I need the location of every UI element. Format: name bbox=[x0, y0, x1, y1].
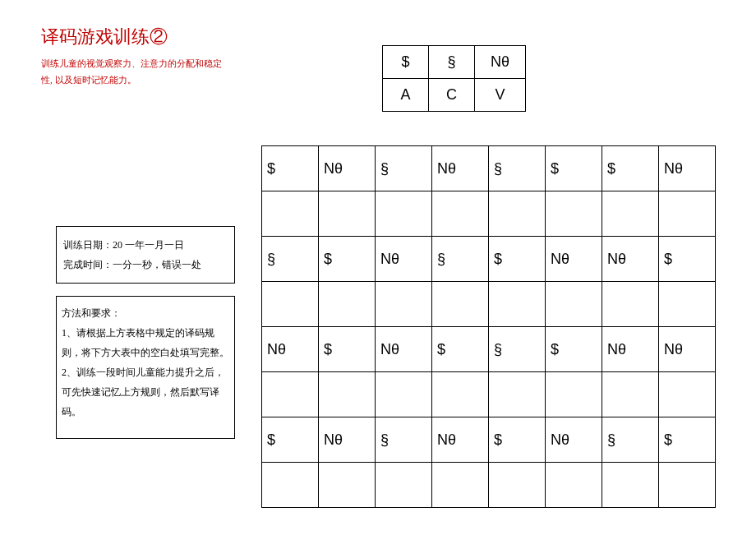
cell: Nθ bbox=[376, 327, 432, 372]
cell[interactable] bbox=[376, 191, 432, 237]
info-box: 训练日期：20 一年一月一日 完成时间：一分一秒，错误一处 bbox=[56, 226, 235, 284]
cell: § bbox=[376, 417, 432, 463]
cell[interactable] bbox=[546, 463, 602, 508]
key-table: $ § Nθ A C V bbox=[382, 45, 526, 112]
cell[interactable] bbox=[319, 191, 376, 237]
cell[interactable] bbox=[262, 463, 319, 508]
method-heading: 方法和要求： bbox=[62, 303, 229, 323]
cell: Nθ bbox=[659, 327, 716, 372]
cell: Nθ bbox=[319, 417, 376, 463]
completion-time: 完成时间：一分一秒，错误一处 bbox=[63, 255, 228, 274]
cell: Nθ bbox=[432, 146, 489, 191]
cell[interactable] bbox=[659, 463, 716, 508]
cell[interactable] bbox=[262, 282, 319, 327]
cell[interactable] bbox=[659, 282, 716, 327]
cell: $ bbox=[602, 146, 659, 191]
cell: $ bbox=[489, 237, 546, 282]
cell: $ bbox=[262, 146, 319, 191]
cell[interactable] bbox=[546, 282, 602, 327]
cell[interactable] bbox=[489, 282, 546, 327]
cell[interactable] bbox=[602, 282, 659, 327]
cell: Nθ bbox=[376, 237, 432, 282]
method-box: 方法和要求： 1、请根据上方表格中规定的译码规则，将下方大表中的空白处填写完整。… bbox=[56, 296, 235, 439]
cell[interactable] bbox=[546, 191, 602, 237]
key-letter-1: C bbox=[429, 79, 475, 112]
cell: Nθ bbox=[262, 327, 319, 372]
cell[interactable] bbox=[376, 463, 432, 508]
cell[interactable] bbox=[319, 372, 376, 417]
cell: $ bbox=[659, 237, 716, 282]
cell[interactable] bbox=[602, 191, 659, 237]
cell[interactable] bbox=[432, 191, 489, 237]
cell: $ bbox=[262, 417, 319, 463]
cell: Nθ bbox=[546, 237, 602, 282]
cell[interactable] bbox=[432, 463, 489, 508]
cell: § bbox=[602, 417, 659, 463]
cell[interactable] bbox=[546, 372, 602, 417]
cell: $ bbox=[319, 327, 376, 372]
cell: Nθ bbox=[319, 146, 376, 191]
cell[interactable] bbox=[432, 372, 489, 417]
cell: Nθ bbox=[432, 417, 489, 463]
key-letter-2: V bbox=[475, 79, 526, 112]
page-title: 译码游戏训练② bbox=[41, 25, 715, 49]
cell[interactable] bbox=[489, 372, 546, 417]
cell: Nθ bbox=[602, 237, 659, 282]
cell[interactable] bbox=[319, 463, 376, 508]
key-symbol-1: § bbox=[429, 46, 475, 79]
cell: § bbox=[376, 146, 432, 191]
cell[interactable] bbox=[432, 282, 489, 327]
key-symbol-0: $ bbox=[383, 46, 429, 79]
training-date: 训练日期：20 一年一月一日 bbox=[63, 235, 228, 255]
cell[interactable] bbox=[489, 463, 546, 508]
cell[interactable] bbox=[376, 282, 432, 327]
cell: $ bbox=[489, 417, 546, 463]
cell[interactable] bbox=[262, 372, 319, 417]
cell[interactable] bbox=[319, 282, 376, 327]
main-grid: $Nθ§Nθ§$$Nθ §$Nθ§$NθNθ$ Nθ$Nθ$§$NθNθ $Nθ… bbox=[261, 145, 716, 508]
cell[interactable] bbox=[659, 372, 716, 417]
cell[interactable] bbox=[602, 463, 659, 508]
cell: $ bbox=[319, 237, 376, 282]
key-letter-0: A bbox=[383, 79, 429, 112]
cell: Nθ bbox=[602, 327, 659, 372]
cell: $ bbox=[432, 327, 489, 372]
cell: § bbox=[432, 237, 489, 282]
cell[interactable] bbox=[376, 372, 432, 417]
cell: $ bbox=[546, 146, 602, 191]
cell[interactable] bbox=[262, 191, 319, 237]
key-symbol-2: Nθ bbox=[475, 46, 526, 79]
cell: § bbox=[489, 146, 546, 191]
cell: $ bbox=[659, 417, 716, 463]
page-subtitle: 训练儿童的视觉观察力、注意力的分配和稳定性, 以及短时记忆能力。 bbox=[41, 56, 230, 89]
method-item-2: 2、训练一段时间儿童能力提升之后，可先快速记忆上方规则，然后默写译码。 bbox=[62, 362, 229, 422]
cell[interactable] bbox=[489, 191, 546, 237]
cell: Nθ bbox=[546, 417, 602, 463]
cell[interactable] bbox=[602, 372, 659, 417]
cell: § bbox=[489, 327, 546, 372]
cell: § bbox=[262, 237, 319, 282]
cell[interactable] bbox=[659, 191, 716, 237]
cell: $ bbox=[546, 327, 602, 372]
cell: Nθ bbox=[659, 146, 716, 191]
method-item-1: 1、请根据上方表格中规定的译码规则，将下方大表中的空白处填写完整。 bbox=[62, 323, 229, 362]
